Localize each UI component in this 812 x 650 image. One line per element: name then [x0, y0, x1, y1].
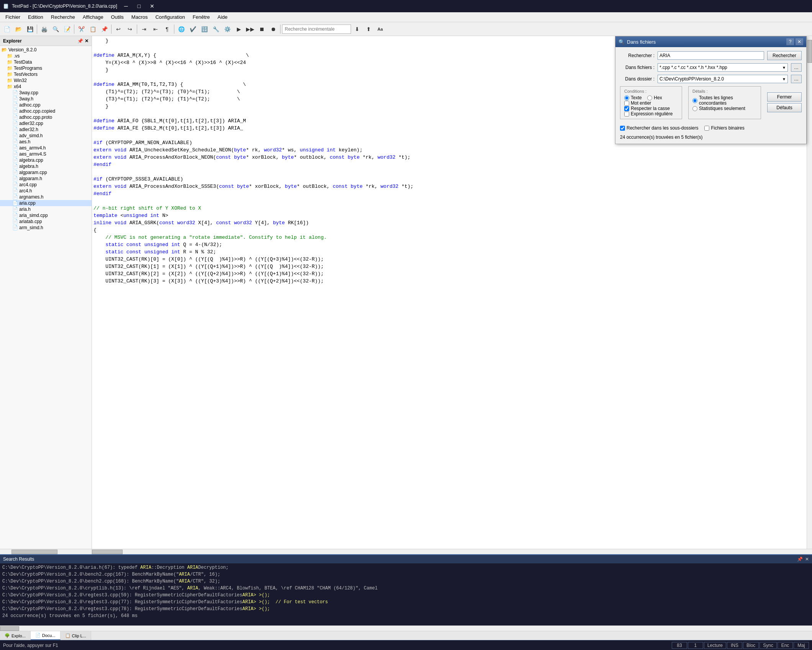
tree-item-testprograms[interactable]: 📁TestPrograms [0, 65, 92, 71]
copy-button[interactable]: 📋 [87, 24, 98, 34]
stop-button[interactable]: ⏹ [256, 24, 267, 34]
check-button[interactable]: ✔️ [187, 24, 198, 34]
search-prev-button[interactable]: ⬇ [352, 24, 363, 34]
close-button[interactable]: ✕ [146, 2, 158, 10]
tree-item-argnames-h[interactable]: 📄argnames.h [0, 194, 92, 200]
tree-item-ariatab-cpp[interactable]: 📄ariatab.cpp [0, 218, 92, 225]
editor-h-scrollbar[interactable] [92, 549, 812, 554]
in-folder-dropdown[interactable]: C:\Dev\CryptoPP\Version_8.2.0 ▼ [658, 75, 788, 83]
sidebar-h-scrollbar[interactable] [0, 549, 92, 554]
search-next-button[interactable]: ⬆ [363, 24, 374, 34]
match-case-toolbar-button[interactable]: Aa [375, 24, 385, 34]
menu-affichage[interactable]: Affichage [79, 12, 107, 22]
tree-item-adhoc-cpp-proto[interactable]: 📄adhoc.cpp.proto [0, 114, 92, 120]
tab-document[interactable]: 📄 Docu... [31, 631, 61, 640]
regex-checkbox[interactable] [624, 112, 629, 117]
menu-macros[interactable]: Macros [128, 12, 152, 22]
cut-button[interactable]: ✂️ [76, 24, 87, 34]
menu-fichier[interactable]: Fichier [2, 12, 24, 22]
menu-recherche[interactable]: Recherche [47, 12, 79, 22]
maximize-button[interactable]: □ [133, 2, 145, 10]
spell-button[interactable]: 📝 [62, 24, 72, 34]
editor-v-scrollthumb[interactable] [807, 40, 812, 63]
results-h-scrollthumb[interactable] [0, 626, 19, 631]
run2-button[interactable]: ▶▶ [245, 24, 256, 34]
bottom-panel-pin-icon[interactable]: 📌 [797, 556, 803, 562]
in-folder-browse-button[interactable]: … [791, 75, 802, 83]
sidebar-pin-icon[interactable]: 📌 [77, 38, 83, 44]
tree-item-version-8-2-0[interactable]: 📂Version_8.2.0 [0, 47, 92, 53]
all-lines-radio[interactable] [692, 98, 697, 103]
tree-item-3way-cpp[interactable]: 📄3way.cpp [0, 90, 92, 96]
undo-button[interactable]: ↩ [113, 24, 124, 34]
result-line[interactable]: C:\Dev\CryptoPP\Version_8.2.0\regtest3.c… [2, 606, 810, 612]
incremental-search-input[interactable] [282, 25, 351, 34]
tree-item-aria-simd-cpp[interactable]: 📄aria_simd.cpp [0, 212, 92, 218]
tree-item-3way-h[interactable]: 📄3way.h [0, 96, 92, 102]
tree-item-aes-h[interactable]: 📄aes.h [0, 139, 92, 145]
macro-button[interactable]: ⚙️ [222, 24, 233, 34]
find-dialog-help-button[interactable]: ? [786, 38, 794, 45]
tree-item-x64[interactable]: 📁x64 [0, 84, 92, 90]
tree-item-algparam-cpp[interactable]: 📄algparam.cpp [0, 169, 92, 176]
search-results[interactable]: C:\Dev\CryptoPP\Version_8.2.0\aria.h(67)… [0, 563, 812, 625]
tree-item-adv-simd-h[interactable]: 📄adv_simd.h [0, 133, 92, 139]
match-case-checkbox[interactable] [624, 106, 629, 111]
result-line[interactable]: 24 occurrence(s) trouvées en 5 fichier(s… [2, 612, 810, 619]
sort-button[interactable]: 🔢 [199, 24, 210, 34]
hex-radio[interactable] [647, 95, 652, 100]
tree-item-algebra-cpp[interactable]: 📄algebra.cpp [0, 157, 92, 163]
format-button[interactable]: ¶ [162, 24, 172, 34]
tab-clipboard[interactable]: 📋 Clip L... [61, 631, 91, 640]
run-button[interactable]: ▶ [233, 24, 244, 34]
close-button[interactable]: Fermer [767, 92, 802, 102]
outdent-button[interactable]: ⇤ [150, 24, 161, 34]
tree-item-adler32-h[interactable]: 📄adler32.h [0, 126, 92, 133]
tree-item-win32[interactable]: 📁Win32 [0, 77, 92, 84]
result-line[interactable]: C:\Dev\CryptoPP\Version_8.2.0\bench2.cpp… [2, 578, 810, 585]
search-button[interactable]: Rechercher [767, 51, 802, 60]
menu-configuration[interactable]: Configuration [151, 12, 189, 22]
tree-item-aes-armv4-h[interactable]: 📄aes_armv4.h [0, 145, 92, 151]
find-dialog-close-button[interactable]: ✕ [796, 38, 803, 45]
editor-h-scrollthumb[interactable] [92, 550, 123, 554]
binary-files-checkbox[interactable] [704, 126, 709, 131]
result-line[interactable]: C:\Dev\CryptoPP\Version_8.2.0\aria.h(67)… [2, 564, 810, 571]
tree-item-algparam-h[interactable]: 📄algparam.h [0, 176, 92, 182]
defaults-button[interactable]: Défauts [767, 103, 802, 112]
menu-outils[interactable]: Outils [107, 12, 128, 22]
whole-word-checkbox[interactable] [624, 101, 629, 106]
result-line[interactable]: C:\Dev\CryptoPP\Version_8.2.0\bench2.cpp… [2, 571, 810, 578]
tree-item-aes-armv4-s[interactable]: 📄aes_armv4.S [0, 151, 92, 157]
stats-only-radio[interactable] [692, 106, 697, 111]
sidebar-close-icon[interactable]: ✕ [85, 38, 89, 44]
new-button[interactable]: 📄 [2, 24, 12, 34]
result-line[interactable]: C:\Dev\CryptoPP\Version_8.2.0\regtest3.c… [2, 592, 810, 599]
tools-button[interactable]: 🔧 [210, 24, 221, 34]
tree-item-aria-h[interactable]: 📄aria.h [0, 206, 92, 212]
text-radio[interactable] [624, 95, 629, 100]
paste-button[interactable]: 📌 [99, 24, 110, 34]
tree-item-arc4-cpp[interactable]: 📄arc4.cpp [0, 182, 92, 188]
record-button[interactable]: ⏺ [268, 24, 279, 34]
result-line[interactable]: C:\Dev\CryptoPP\Version_8.2.0\cryptlib.h… [2, 585, 810, 592]
tree-item--vs[interactable]: 📁.vs [0, 53, 92, 59]
redo-button[interactable]: ↪ [125, 24, 135, 34]
tree-item-adhoc-cpp-copied[interactable]: 📄adhoc.cpp.copied [0, 108, 92, 114]
in-files-dropdown[interactable]: *.cpp *.c *.cc *.cxx *.h *.hxx *.hpp ▼ [658, 63, 788, 72]
print-preview-button[interactable]: 🔍 [50, 24, 61, 34]
menu-aide[interactable]: Aide [214, 12, 231, 22]
tree-item-adler32-cpp[interactable]: 📄adler32.cpp [0, 120, 92, 126]
save-button[interactable]: 💾 [25, 24, 35, 34]
tree-item-aria-cpp[interactable]: 📄aria.cpp [0, 200, 92, 206]
results-h-scrollbar[interactable] [0, 625, 812, 631]
tree-item-testdata[interactable]: 📁TestData [0, 59, 92, 65]
tab-explorer[interactable]: 🌳 Explo... [0, 631, 31, 640]
tree-item-testvectors[interactable]: 📁TestVectors [0, 71, 92, 77]
search-input[interactable] [658, 51, 764, 60]
tree-item-arm-simd-h[interactable]: 📄arm_simd.h [0, 225, 92, 231]
bottom-panel-close-icon[interactable]: ✕ [805, 556, 809, 562]
result-line[interactable]: C:\Dev\CryptoPP\Version_8.2.0\regtest3.c… [2, 599, 810, 606]
globe-button[interactable]: 🌐 [176, 24, 187, 34]
minimize-button[interactable]: ─ [120, 2, 132, 10]
